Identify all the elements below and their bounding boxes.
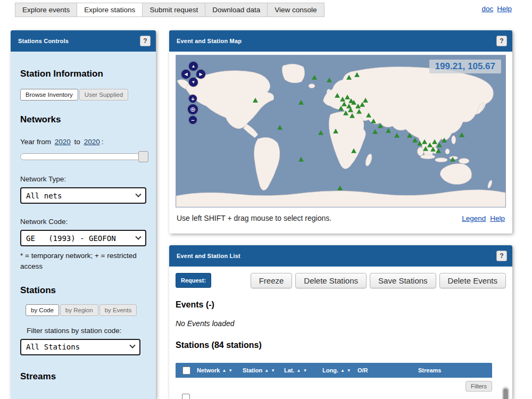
- station-filter-label: Filter stations by station code:: [27, 327, 146, 335]
- station-marker[interactable]: [318, 130, 323, 135]
- column-station[interactable]: Station▲▼: [243, 367, 284, 373]
- networks-heading: Networks: [20, 114, 146, 125]
- tab-explore-stations[interactable]: Explore stations: [77, 3, 143, 17]
- station-marker[interactable]: [366, 113, 371, 118]
- events-heading: Events (-): [176, 300, 506, 310]
- map-help-button[interactable]: ?: [496, 36, 507, 46]
- station-marker[interactable]: [363, 97, 368, 102]
- station-marker[interactable]: [372, 129, 378, 134]
- column-network[interactable]: Network▲▼: [197, 367, 243, 373]
- station-marker[interactable]: [430, 147, 436, 152]
- station-marker[interactable]: [343, 110, 348, 115]
- network-note: * = temporary network; + = restricted ac…: [20, 251, 146, 272]
- user-supplied-button[interactable]: User Supplied: [79, 89, 128, 101]
- map-nav-pad: ▲ ◀ ▶ ▼ + ⊕ −: [181, 62, 207, 127]
- station-marker[interactable]: [277, 124, 282, 129]
- station-marker[interactable]: [394, 133, 400, 138]
- column-long[interactable]: Long.▲▼: [322, 367, 358, 373]
- stations-scrollbar[interactable]: [502, 387, 509, 399]
- select-all-cell: [176, 367, 197, 375]
- station-marker[interactable]: [378, 123, 383, 128]
- station-marker[interactable]: [327, 78, 332, 82]
- station-marker[interactable]: [356, 109, 362, 114]
- sort-asc-icon[interactable]: ▲: [340, 368, 345, 373]
- column-label: Station: [243, 367, 262, 373]
- tab-view-console[interactable]: View console: [268, 3, 324, 17]
- sort-desc-icon[interactable]: ▼: [303, 368, 307, 373]
- by-region-button[interactable]: by Region: [60, 304, 98, 316]
- station-marker[interactable]: [346, 74, 352, 79]
- legend-link[interactable]: Legend: [462, 214, 486, 222]
- zoom-in-button[interactable]: +: [189, 95, 197, 103]
- doc-link[interactable]: doc: [481, 5, 493, 13]
- pan-left-button[interactable]: ◀: [181, 70, 190, 79]
- filters-button[interactable]: Filters: [466, 381, 492, 392]
- browse-inventory-button[interactable]: Browse Inventory: [20, 89, 78, 101]
- station-marker[interactable]: [350, 113, 355, 118]
- tab-submit-request[interactable]: Submit request: [143, 3, 205, 17]
- sort-asc-icon[interactable]: ▲: [222, 368, 226, 373]
- station-marker[interactable]: [312, 74, 317, 79]
- station-marker[interactable]: [253, 97, 258, 102]
- station-marker[interactable]: [436, 148, 441, 153]
- by-events-button[interactable]: by Events: [99, 304, 137, 316]
- station-filter-select[interactable]: All Stations: [20, 339, 140, 355]
- scrollbar-thumb[interactable]: [503, 388, 508, 399]
- network-code-value: GE (1993) - GEOFON: [26, 234, 116, 243]
- network-code-select[interactable]: GE (1993) - GEOFON: [20, 230, 146, 246]
- zoom-out-button[interactable]: −: [189, 116, 197, 124]
- select-all-checkbox[interactable]: [182, 367, 190, 375]
- network-type-label: Network Type:: [20, 175, 146, 183]
- world-extent-button[interactable]: ⊕: [188, 104, 198, 114]
- by-code-button[interactable]: by Code: [26, 304, 59, 316]
- year-prefix: Year from: [20, 138, 51, 146]
- sort-desc-icon[interactable]: ▼: [228, 368, 232, 373]
- row-checkbox[interactable]: [182, 394, 190, 399]
- station-marker[interactable]: [360, 102, 365, 107]
- help-link[interactable]: Help: [497, 5, 512, 13]
- event-station-list-panel: Event and Station List ? Request: Freeze…: [169, 245, 512, 399]
- station-marker[interactable]: [298, 99, 304, 104]
- network-type-select[interactable]: All nets: [20, 187, 146, 204]
- station-marker[interactable]: [371, 119, 376, 123]
- sort-desc-icon[interactable]: ▼: [271, 368, 275, 373]
- list-help-button[interactable]: ?: [496, 251, 507, 261]
- year-slider-handle[interactable]: [138, 151, 148, 162]
- pan-right-button[interactable]: ▶: [196, 70, 205, 79]
- year-from-link[interactable]: 2020: [55, 138, 71, 146]
- pan-down-button[interactable]: ▼: [189, 78, 198, 87]
- delete-stations-button[interactable]: Delete Stations: [295, 273, 367, 288]
- station-marker[interactable]: [423, 146, 428, 151]
- map-canvas[interactable]: 199.21, 105.67 ▲ ◀ ▶ ▼ + ⊕ −: [176, 55, 506, 207]
- pan-up-button[interactable]: ▲: [189, 62, 198, 71]
- station-marker[interactable]: [442, 138, 447, 143]
- tab-download-data[interactable]: Download data: [205, 3, 268, 17]
- sort-desc-icon[interactable]: ▼: [347, 368, 351, 373]
- help-link[interactable]: Help: [490, 214, 505, 222]
- delete-events-button[interactable]: Delete Events: [439, 273, 506, 288]
- station-marker[interactable]: [337, 185, 343, 190]
- sort-asc-icon[interactable]: ▲: [297, 368, 301, 373]
- station-marker[interactable]: [348, 107, 353, 112]
- save-stations-button[interactable]: Save Stations: [370, 273, 436, 288]
- station-marker[interactable]: [354, 72, 360, 77]
- year-to-link[interactable]: 2020: [84, 138, 100, 146]
- freeze-button[interactable]: Freeze: [251, 273, 293, 288]
- column-lat[interactable]: Lat.▲▼: [284, 367, 322, 373]
- year-range-slider[interactable]: [20, 153, 140, 160]
- station-marker[interactable]: [298, 156, 304, 161]
- station-marker[interactable]: [437, 142, 442, 147]
- controls-help-button[interactable]: ?: [140, 36, 151, 46]
- stations-table-header: Network▲▼Station▲▼Lat.▲▼Long.▲▼O/RStream…: [176, 363, 492, 378]
- station-marker[interactable]: [333, 129, 338, 134]
- station-marker[interactable]: [459, 132, 464, 137]
- station-marker[interactable]: [450, 156, 455, 161]
- tab-bar: Explore eventsExplore stationsSubmit req…: [15, 3, 325, 17]
- station-marker[interactable]: [386, 128, 391, 132]
- sort-asc-icon[interactable]: ▲: [264, 368, 269, 373]
- request-button[interactable]: Request:: [176, 273, 211, 288]
- chevron-down-icon: [129, 343, 135, 348]
- tab-explore-events[interactable]: Explore events: [15, 3, 77, 17]
- station-marker[interactable]: [351, 148, 356, 153]
- stations-controls-header: Stations Controls ?: [11, 30, 156, 52]
